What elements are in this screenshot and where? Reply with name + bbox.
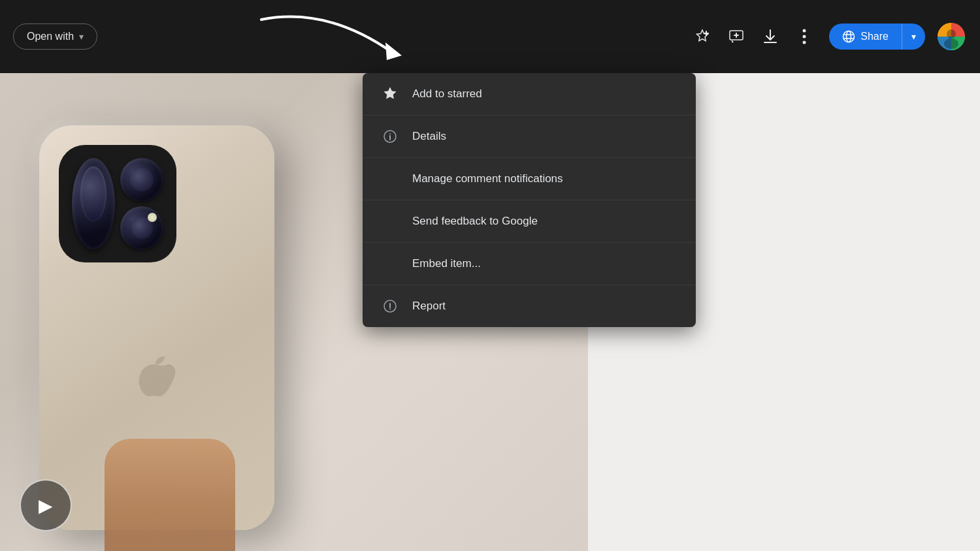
toolbar-icon-group bbox=[688, 22, 819, 51]
menu-item-embed[interactable]: Embed item... bbox=[363, 243, 696, 285]
share-button-group[interactable]: Share ▾ bbox=[829, 24, 925, 50]
more-dots-icon bbox=[802, 28, 806, 45]
phone-body bbox=[39, 125, 274, 530]
download-icon bbox=[762, 28, 779, 45]
camera-lens-main bbox=[72, 158, 115, 249]
svg-point-16 bbox=[944, 39, 958, 49]
add-comment-button[interactable] bbox=[722, 22, 751, 51]
svg-point-8 bbox=[803, 35, 806, 39]
avatar-image bbox=[938, 23, 965, 50]
add-to-starred-label: Add to starred bbox=[412, 87, 482, 101]
dropdown-menu: Add to starred Details Manage comment no… bbox=[363, 73, 696, 327]
send-feedback-label: Send feedback to Google bbox=[412, 215, 538, 228]
open-with-button[interactable]: Open with ▾ bbox=[13, 24, 97, 50]
menu-item-manage-notifications[interactable]: Manage comment notifications bbox=[363, 158, 696, 200]
camera-lens-ultra bbox=[120, 206, 163, 249]
svg-point-7 bbox=[803, 29, 806, 33]
embed-item-label: Embed item... bbox=[412, 257, 481, 270]
download-button[interactable] bbox=[756, 22, 785, 51]
phone-container bbox=[39, 125, 353, 550]
details-label: Details bbox=[412, 130, 446, 143]
info-icon bbox=[381, 127, 399, 146]
star-icon bbox=[381, 85, 399, 103]
toolbar: Open with ▾ bbox=[0, 0, 980, 73]
warning-icon bbox=[381, 297, 399, 315]
svg-point-11 bbox=[847, 31, 851, 42]
apple-logo bbox=[137, 356, 176, 413]
star-plus-button[interactable] bbox=[688, 22, 717, 51]
no-icon-spacer-1 bbox=[381, 170, 399, 188]
camera-lens-tele bbox=[120, 158, 163, 201]
camera-flash bbox=[148, 213, 157, 222]
globe-icon bbox=[842, 30, 855, 43]
menu-item-add-to-starred[interactable]: Add to starred bbox=[363, 73, 696, 116]
no-icon-spacer-2 bbox=[381, 212, 399, 230]
chevron-down-icon: ▾ bbox=[79, 31, 84, 42]
play-button[interactable]: ▶ bbox=[20, 479, 72, 531]
user-avatar[interactable] bbox=[936, 21, 967, 52]
svg-point-15 bbox=[947, 29, 956, 39]
svg-point-9 bbox=[803, 41, 806, 44]
menu-item-report[interactable]: Report bbox=[363, 285, 696, 327]
menu-item-details[interactable]: Details bbox=[363, 116, 696, 158]
hand-visual bbox=[105, 439, 235, 551]
svg-point-23 bbox=[389, 309, 391, 310]
share-label: Share bbox=[860, 31, 889, 42]
play-icon: ▶ bbox=[39, 495, 53, 516]
share-main[interactable]: Share bbox=[829, 24, 902, 50]
svg-point-10 bbox=[843, 31, 855, 42]
menu-item-send-feedback[interactable]: Send feedback to Google bbox=[363, 200, 696, 243]
camera-module bbox=[59, 145, 176, 262]
comment-add-icon bbox=[728, 28, 745, 45]
no-icon-spacer-3 bbox=[381, 255, 399, 273]
star-add-icon bbox=[694, 28, 711, 45]
manage-notifications-label: Manage comment notifications bbox=[412, 172, 563, 185]
svg-point-20 bbox=[389, 133, 391, 134]
more-options-button[interactable] bbox=[790, 22, 819, 51]
share-dropdown-arrow[interactable]: ▾ bbox=[902, 25, 925, 48]
report-label: Report bbox=[412, 300, 446, 313]
avatar-inner bbox=[938, 23, 965, 50]
open-with-label: Open with bbox=[27, 31, 74, 42]
